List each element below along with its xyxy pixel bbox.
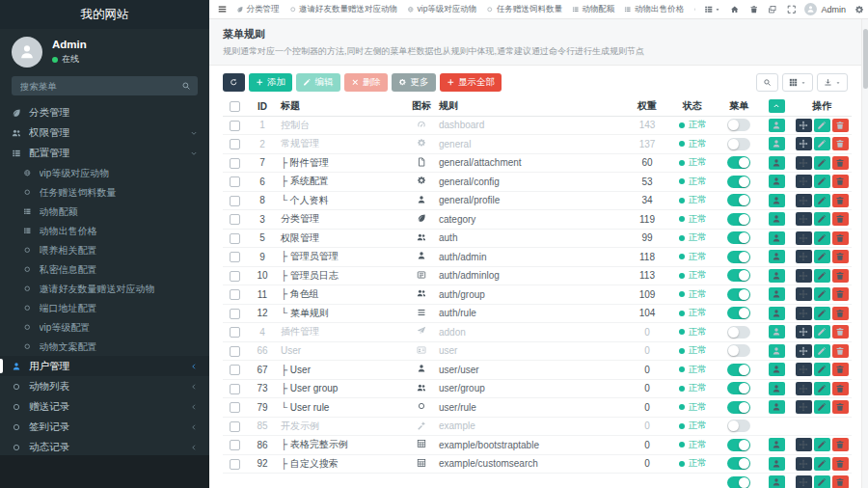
sidebar-item[interactable]: 动物配额 [0, 202, 209, 221]
refresh-button[interactable] [223, 73, 245, 92]
dragsort-button[interactable] [796, 307, 812, 320]
sidebar-item[interactable]: vip等级对应动物 [0, 163, 209, 182]
expand-children-button[interactable] [769, 212, 785, 226]
settings-gear-icon[interactable] [854, 5, 864, 14]
menu-toggle-switch[interactable] [727, 457, 750, 470]
delete-button[interactable] [832, 400, 849, 414]
expand-children-button[interactable] [769, 250, 785, 263]
delete-button[interactable] [832, 307, 849, 320]
expand-children-button[interactable] [769, 119, 785, 132]
dragsort-button[interactable] [796, 269, 812, 283]
delete-button[interactable] [832, 287, 849, 301]
row-checkbox[interactable] [230, 459, 240, 470]
row-checkbox[interactable] [230, 384, 240, 394]
menu-search-input[interactable] [12, 76, 198, 95]
menu-toggle-switch[interactable] [727, 176, 750, 188]
delete-button[interactable] [832, 363, 849, 376]
expand-children-button[interactable] [769, 137, 785, 150]
row-checkbox[interactable] [230, 421, 240, 432]
menu-toggle-switch[interactable] [727, 364, 750, 376]
expand-children-button[interactable] [769, 382, 785, 395]
menu-toggle-switch[interactable] [727, 344, 750, 357]
expand-children-button[interactable] [769, 475, 785, 488]
delete-button[interactable] [832, 269, 849, 283]
dragsort-button[interactable] [796, 325, 812, 339]
sidebar-item[interactable]: 任务赠送饲料数量 [0, 182, 209, 202]
row-checkbox[interactable] [230, 271, 240, 282]
expand-children-button[interactable] [769, 363, 785, 376]
dragsort-button[interactable] [796, 175, 812, 188]
edit-button[interactable] [814, 119, 830, 132]
search-icon[interactable] [175, 76, 198, 95]
row-checkbox[interactable] [230, 346, 240, 357]
menu-toggle-switch[interactable] [727, 269, 750, 282]
dragsort-button[interactable] [796, 363, 812, 376]
delete-button[interactable] [832, 475, 849, 488]
delete-button[interactable] [832, 212, 849, 226]
sidebar-item[interactable]: 权限管理 [0, 122, 209, 143]
menu-toggle-switch[interactable] [727, 288, 750, 301]
dragsort-button[interactable] [796, 475, 812, 488]
menu-toggle-switch[interactable] [727, 251, 750, 263]
sidebar-item[interactable]: 端口地址配置 [0, 298, 209, 317]
delete-button[interactable]: 删除 [344, 73, 389, 92]
row-checkbox[interactable] [230, 309, 240, 319]
select-all-checkbox[interactable] [230, 101, 240, 112]
delete-button[interactable] [832, 156, 849, 170]
dragsort-button[interactable] [796, 119, 812, 132]
sidebar-item[interactable]: 动物列表 [0, 376, 209, 396]
row-checkbox[interactable] [230, 233, 240, 244]
expand-children-button[interactable] [769, 287, 785, 301]
edit-button[interactable] [814, 475, 830, 488]
sidebar-toggle-button[interactable] [217, 4, 228, 14]
dragsort-button[interactable] [796, 194, 812, 207]
admin-user-menu[interactable]: Admin [804, 3, 846, 15]
nav-tab[interactable]: 任务赠送饲料数量 [486, 4, 562, 15]
edit-button[interactable] [814, 457, 830, 471]
row-checkbox[interactable] [230, 440, 240, 450]
edit-button[interactable] [814, 175, 830, 188]
menu-toggle-switch[interactable] [727, 213, 750, 226]
expand-children-button[interactable] [769, 194, 785, 207]
sidebar-item[interactable]: 配置管理 [0, 143, 209, 163]
sidebar-item[interactable]: 用户管理 [0, 356, 209, 376]
delete-button[interactable] [832, 382, 849, 395]
row-checkbox[interactable] [230, 252, 240, 262]
dragsort-button[interactable] [796, 457, 812, 471]
delete-button[interactable] [832, 250, 849, 263]
edit-button[interactable] [814, 137, 830, 150]
edit-button[interactable] [814, 250, 830, 263]
tab-list-dropdown-button[interactable] [704, 5, 721, 14]
delete-button[interactable] [832, 137, 849, 150]
dragsort-button[interactable] [796, 156, 812, 170]
dragsort-button[interactable] [796, 212, 812, 226]
multi-window-button[interactable] [768, 5, 777, 14]
edit-button[interactable] [814, 307, 830, 320]
nav-tab[interactable]: vip等级对应动物 [407, 4, 476, 15]
delete-button[interactable] [832, 119, 849, 132]
nav-tab[interactable]: 邀请好友数量赠送对应动物 [289, 4, 398, 15]
expand-children-button[interactable] [769, 156, 785, 170]
row-checkbox[interactable] [230, 158, 240, 169]
vertical-scrollbar[interactable] [861, 19, 868, 488]
more-button[interactable]: 更多 [392, 73, 436, 92]
export-button[interactable] [817, 73, 848, 92]
sidebar-item[interactable]: 动态记录 [0, 437, 209, 457]
edit-button[interactable] [814, 156, 830, 170]
dragsort-button[interactable] [796, 250, 812, 263]
menu-toggle-switch[interactable] [727, 119, 750, 131]
menu-toggle-switch[interactable] [727, 156, 750, 169]
expand-children-button[interactable] [769, 400, 785, 414]
menu-toggle-switch[interactable] [727, 382, 750, 394]
clear-cache-button[interactable] [749, 5, 759, 14]
fullscreen-button[interactable] [787, 5, 797, 14]
dragsort-button[interactable] [796, 438, 812, 451]
sidebar-item[interactable]: 签到记录 [0, 417, 209, 437]
expand-children-button[interactable] [769, 175, 785, 188]
edit-button[interactable] [814, 438, 830, 451]
nav-tab[interactable]: 动物配额 [572, 4, 615, 15]
menu-toggle-switch[interactable] [727, 420, 750, 432]
row-checkbox[interactable] [230, 289, 240, 300]
delete-button[interactable] [832, 194, 849, 207]
menu-toggle-switch[interactable] [727, 326, 750, 339]
